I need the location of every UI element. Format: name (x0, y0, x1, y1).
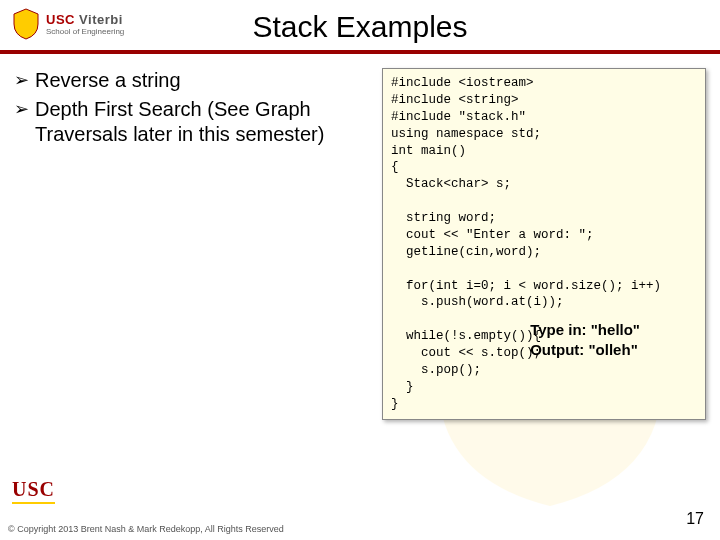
shield-icon (12, 8, 40, 40)
list-item: ➢ Depth First Search (See Graph Traversa… (14, 97, 374, 147)
result-output: Output: "olleh" (530, 340, 640, 360)
logo-text-sub: School of Engineering (46, 28, 124, 36)
arrow-icon: ➢ (14, 68, 29, 93)
result-input: Type in: "hello" (530, 320, 640, 340)
bullet-list: ➢ Reverse a string ➢ Depth First Search … (14, 68, 374, 420)
arrow-icon: ➢ (14, 97, 29, 147)
header-logo: USC Viterbi School of Engineering (12, 8, 124, 40)
result-text: Type in: "hello" Output: "olleh" (530, 320, 640, 359)
logo-text-main: USC Viterbi (46, 13, 124, 26)
code-block: #include <iostream> #include <string> #i… (382, 68, 706, 420)
list-item: ➢ Reverse a string (14, 68, 374, 93)
footer-logo: USC (12, 478, 55, 504)
bullet-text: Depth First Search (See Graph Traversals… (35, 97, 374, 147)
copyright-text: © Copyright 2013 Brent Nash & Mark Redek… (8, 524, 284, 534)
bullet-text: Reverse a string (35, 68, 181, 93)
page-number: 17 (686, 510, 704, 528)
